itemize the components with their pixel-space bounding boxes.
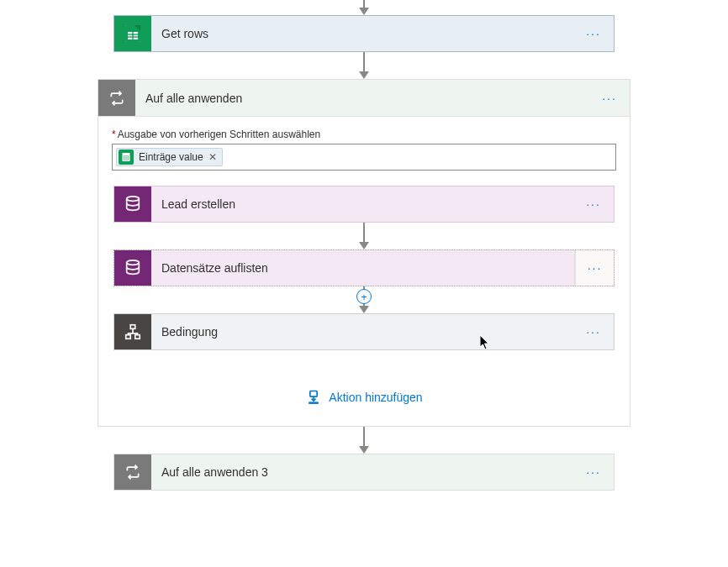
database-icon <box>114 186 151 222</box>
token-eintraege-value[interactable]: Einträge value ✕ <box>116 148 223 166</box>
google-sheets-icon <box>114 16 151 51</box>
loop-icon <box>114 454 151 490</box>
add-action-icon <box>305 389 322 406</box>
required-asterisk: * <box>112 129 116 140</box>
foreach-container: Auf alle anwenden ··· *Ausgabe von vorhe… <box>98 79 630 427</box>
add-action-button[interactable]: Aktion hinzufügen <box>305 389 422 406</box>
get-rows-menu[interactable]: ··· <box>573 16 614 51</box>
google-sheets-mini-icon <box>119 150 134 165</box>
svg-point-13 <box>127 260 140 265</box>
token-label: Einträge value <box>139 151 203 163</box>
svg-rect-16 <box>135 335 140 339</box>
add-action-label: Aktion hinzufügen <box>329 391 422 404</box>
loop-icon <box>98 80 135 116</box>
svg-rect-14 <box>130 325 135 329</box>
datensaetze-auflisten-menu[interactable]: ··· <box>575 250 614 286</box>
foreach-menu[interactable]: ··· <box>589 80 630 116</box>
arrow-into-get-rows <box>356 0 372 15</box>
get-rows-card[interactable]: Get rows ··· <box>113 15 615 52</box>
lead-erstellen-card[interactable]: Lead erstellen ··· <box>113 186 615 223</box>
svg-rect-17 <box>310 391 317 397</box>
get-rows-title: Get rows <box>151 16 573 51</box>
datensaetze-auflisten-card[interactable]: Datensätze auflisten ··· <box>113 249 615 286</box>
bedingung-title: Bedingung <box>151 314 573 349</box>
arrow-get-rows-to-foreach <box>356 52 372 79</box>
foreach-header[interactable]: Auf alle anwenden ··· <box>98 80 630 117</box>
lead-erstellen-menu[interactable]: ··· <box>573 186 614 222</box>
arrow-lead-to-list <box>356 223 372 249</box>
token-remove-icon[interactable]: ✕ <box>208 151 217 163</box>
foreach3-menu[interactable]: ··· <box>573 454 614 490</box>
insert-step-button[interactable]: + <box>356 289 372 304</box>
arrow-foreach-to-foreach3 <box>356 427 372 454</box>
foreach3-title: Auf alle anwenden 3 <box>151 454 573 490</box>
lead-erstellen-title: Lead erstellen <box>151 186 573 222</box>
foreach-input-label: *Ausgabe von vorherigen Schritten auswäh… <box>112 129 616 140</box>
svg-rect-15 <box>126 335 131 339</box>
condition-icon <box>114 314 151 349</box>
foreach3-card[interactable]: Auf alle anwenden 3 ··· <box>113 454 615 491</box>
database-icon <box>114 250 151 286</box>
bedingung-menu[interactable]: ··· <box>573 314 614 349</box>
flow-canvas: Get rows ··· Auf alle anwenden ··· *Ausg… <box>0 0 728 567</box>
foreach-input-field[interactable]: Einträge value ✕ <box>112 144 616 171</box>
foreach-title: Auf alle anwenden <box>135 80 589 116</box>
arrow-list-to-condition: + <box>356 286 372 313</box>
bedingung-card[interactable]: Bedingung ··· <box>113 313 615 350</box>
datensaetze-auflisten-title: Datensätze auflisten <box>151 250 575 286</box>
svg-point-12 <box>127 197 140 202</box>
